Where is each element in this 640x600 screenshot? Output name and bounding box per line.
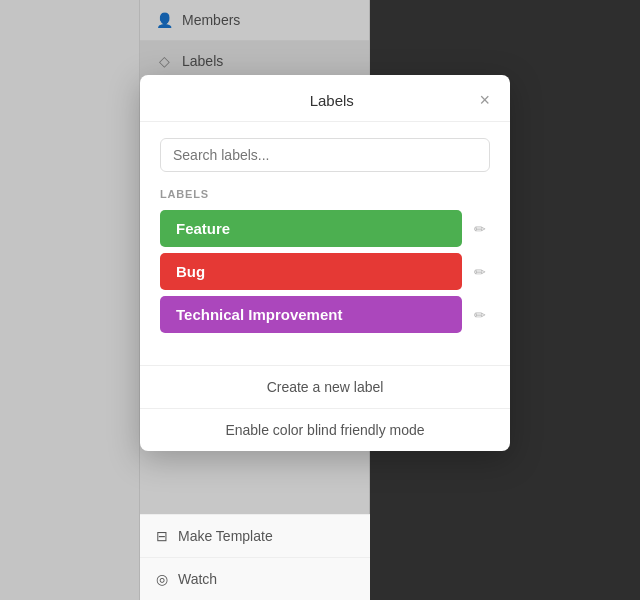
feature-edit-button[interactable]: ✏ [470, 217, 490, 241]
bug-edit-button[interactable]: ✏ [470, 260, 490, 284]
list-item: Feature ✏ [160, 210, 490, 247]
modal-title: Labels [184, 92, 479, 109]
make-template-item[interactable]: ⊟ Make Template [140, 514, 370, 557]
watch-item[interactable]: ◎ Watch [140, 557, 370, 600]
watch-label: Watch [178, 571, 217, 587]
bug-label-badge[interactable]: Bug [160, 253, 462, 290]
modal-footer: Create a new label Enable color blind fr… [140, 365, 510, 451]
color-blind-mode-button[interactable]: Enable color blind friendly mode [140, 409, 510, 451]
technical-improvement-label-badge[interactable]: Technical Improvement [160, 296, 462, 333]
feature-label-badge[interactable]: Feature [160, 210, 462, 247]
labels-modal: Labels × LABELS Feature ✏ Bug ✏ Technica… [140, 75, 510, 451]
make-template-icon: ⊟ [156, 528, 168, 544]
list-item: Technical Improvement ✏ [160, 296, 490, 333]
modal-close-button[interactable]: × [479, 91, 490, 109]
labels-section-header: LABELS [160, 188, 490, 200]
watch-icon: ◎ [156, 571, 168, 587]
modal-header: Labels × [140, 75, 510, 122]
search-input[interactable] [160, 138, 490, 172]
bottom-items: ⊟ Make Template ◎ Watch [140, 514, 370, 600]
modal-body: LABELS Feature ✏ Bug ✏ Technical Improve… [140, 122, 510, 365]
technical-improvement-edit-button[interactable]: ✏ [470, 303, 490, 327]
list-item: Bug ✏ [160, 253, 490, 290]
label-list: Feature ✏ Bug ✏ Technical Improvement ✏ [160, 210, 490, 333]
create-new-label-button[interactable]: Create a new label [140, 366, 510, 409]
make-template-label: Make Template [178, 528, 273, 544]
